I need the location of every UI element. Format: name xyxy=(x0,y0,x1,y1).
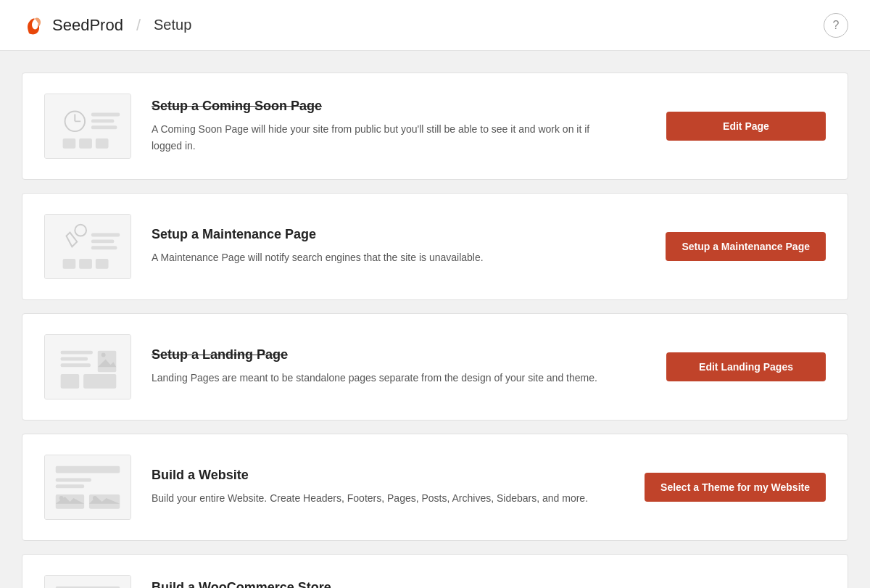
svg-rect-29 xyxy=(56,484,84,488)
svg-rect-17 xyxy=(96,259,109,269)
card-action-coming-soon: Edit Page xyxy=(666,112,826,141)
svg-rect-16 xyxy=(79,259,92,269)
svg-rect-7 xyxy=(63,138,76,149)
card-action-website: Select a Theme for my Website xyxy=(645,473,826,502)
card-title-coming-soon: Setup a Coming Soon Page xyxy=(152,99,646,114)
landing-button[interactable]: Edit Landing Pages xyxy=(666,352,826,381)
svg-rect-6 xyxy=(91,125,117,129)
logo-text: SeedProd xyxy=(52,16,123,35)
svg-rect-13 xyxy=(91,239,114,243)
card-content-coming-soon: Setup a Coming Soon PageA Coming Soon Pa… xyxy=(152,99,646,154)
card-title-website: Build a Website xyxy=(152,468,624,483)
website-button[interactable]: Select a Theme for my Website xyxy=(645,473,826,502)
maintenance-button[interactable]: Setup a Maintenance Page xyxy=(666,232,826,261)
svg-rect-15 xyxy=(63,259,76,269)
card-desc-maintenance: A Maintenance Page will notify search en… xyxy=(152,249,616,265)
card-action-landing: Edit Landing Pages xyxy=(666,352,826,381)
card-content-website: Build a WebsiteBuild your entire Website… xyxy=(152,468,624,506)
card-website: Build a WebsiteBuild your entire Website… xyxy=(22,434,848,541)
svg-rect-4 xyxy=(91,112,120,116)
svg-rect-20 xyxy=(61,357,88,360)
svg-rect-19 xyxy=(61,350,93,354)
svg-rect-9 xyxy=(96,138,109,149)
header-divider: / xyxy=(136,16,141,35)
card-desc-landing: Landing Pages are meant to be standalone… xyxy=(152,370,616,386)
svg-rect-10 xyxy=(45,215,130,279)
svg-rect-28 xyxy=(56,478,91,481)
thumbnail-landing xyxy=(44,334,131,399)
svg-rect-25 xyxy=(83,374,116,389)
coming-soon-button[interactable]: Edit Page xyxy=(666,112,826,141)
card-desc-website: Build your entire Website. Create Header… xyxy=(152,490,616,506)
thumbnail-coming-soon xyxy=(44,94,131,159)
svg-rect-8 xyxy=(79,138,92,149)
card-content-landing: Setup a Landing PageLanding Pages are me… xyxy=(152,347,646,386)
card-title-landing: Setup a Landing Page xyxy=(152,347,646,363)
svg-point-23 xyxy=(102,352,106,357)
card-landing: Setup a Landing PageLanding Pages are me… xyxy=(22,313,848,421)
page-title: Setup xyxy=(154,17,191,33)
card-desc-coming-soon: A Coming Soon Page will hide your site f… xyxy=(152,121,616,154)
card-content-woocommerce: Build a WooCommerce StoreCreate an entir… xyxy=(152,580,637,588)
svg-point-33 xyxy=(93,496,97,500)
svg-rect-21 xyxy=(61,363,91,367)
card-action-maintenance: Setup a Maintenance Page xyxy=(666,232,826,261)
svg-rect-27 xyxy=(56,466,120,473)
svg-rect-24 xyxy=(61,374,80,389)
svg-rect-34 xyxy=(45,576,130,588)
card-title-maintenance: Setup a Maintenance Page xyxy=(152,227,645,242)
card-content-maintenance: Setup a Maintenance PageA Maintenance Pa… xyxy=(152,227,645,265)
card-woocommerce: Build a WooCommerce StoreCreate an entir… xyxy=(22,554,848,588)
logo: SeedProd xyxy=(22,13,123,38)
svg-rect-12 xyxy=(91,233,120,236)
thumbnail-woocommerce xyxy=(44,575,131,588)
seedprod-logo-icon xyxy=(22,13,46,38)
thumbnail-maintenance xyxy=(44,214,131,279)
svg-rect-0 xyxy=(45,94,130,159)
header-left: SeedProd / Setup xyxy=(22,13,191,38)
svg-point-31 xyxy=(59,496,64,500)
main-content: Setup a Coming Soon PageA Coming Soon Pa… xyxy=(0,51,870,588)
header: SeedProd / Setup ? xyxy=(0,0,870,51)
help-button[interactable]: ? xyxy=(824,13,848,38)
card-coming-soon: Setup a Coming Soon PageA Coming Soon Pa… xyxy=(22,73,848,180)
svg-rect-14 xyxy=(91,246,117,249)
svg-rect-5 xyxy=(91,119,114,123)
card-maintenance: Setup a Maintenance PageA Maintenance Pa… xyxy=(22,193,848,300)
thumbnail-website xyxy=(44,455,131,520)
card-title-woocommerce: Build a WooCommerce Store xyxy=(152,580,637,588)
